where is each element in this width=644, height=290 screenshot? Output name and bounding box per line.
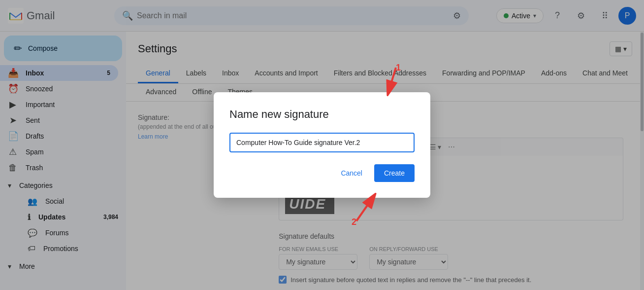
arrow-2-label: 2 <box>352 217 356 227</box>
cancel-button[interactable]: Cancel <box>333 164 370 182</box>
arrow-1-label: 1 <box>396 63 401 73</box>
modal-backdrop: Name new signature Cancel Create 1 <box>0 0 644 290</box>
modal-actions: Cancel Create <box>229 164 415 182</box>
arrow-1-annotation: 1 <box>361 63 401 104</box>
modal-title: Name new signature <box>229 108 415 121</box>
modal: Name new signature Cancel Create 1 <box>214 92 430 198</box>
arrow-2-annotation: 2 <box>352 186 391 227</box>
create-button[interactable]: Create <box>374 164 415 182</box>
modal-input[interactable] <box>229 133 415 152</box>
